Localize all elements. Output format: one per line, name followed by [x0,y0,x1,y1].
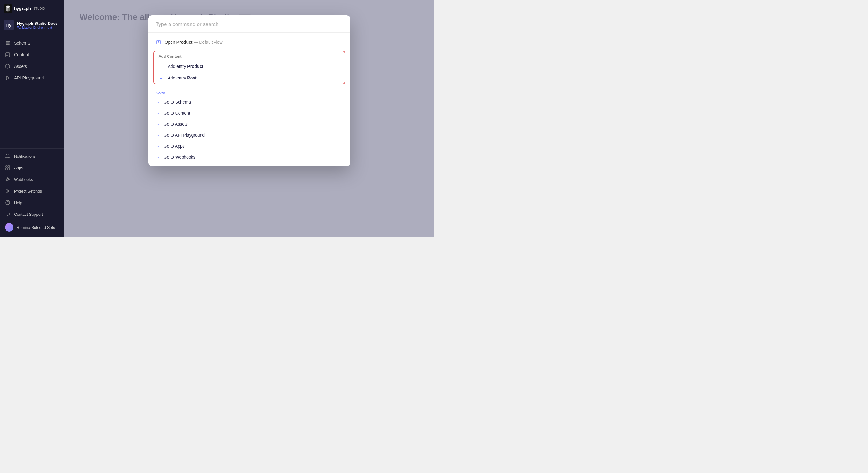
sidebar-header: hygraph STUDIO ··· [0,0,64,16]
goto-webhooks[interactable]: → Go to Webhooks [148,151,350,163]
help-label: Help [14,200,22,205]
main-nav: Schema Content Assets [0,34,64,148]
environment-label: Master Environment [22,26,52,29]
sidebar-item-schema[interactable]: Schema [0,37,64,49]
assets-label: Assets [14,64,27,69]
sidebar-item-webhooks[interactable]: Webhooks [0,174,64,185]
add-entry-post[interactable]: + Add entry Post [154,72,345,84]
sidebar-item-contact-support[interactable]: Contact Support [0,208,64,220]
sidebar-item-apps[interactable]: Apps [0,162,64,174]
branch-icon [17,26,21,29]
command-body: Open Product — Default view Add Content … [148,33,350,166]
logo-app-name: hygraph [14,6,31,11]
project-avatar: Hy [4,20,14,30]
content-icon [5,52,10,58]
api-playground-icon [5,75,10,81]
sidebar-item-assets[interactable]: Assets [0,61,64,72]
goto-apps-text: Go to Apps [164,144,185,148]
webhooks-label: Webhooks [14,177,33,182]
project-environment: Master Environment [17,26,58,29]
goto-schema-text: Go to Schema [164,100,191,104]
arrow-schema-icon: → [156,100,160,104]
arrow-apps-icon: → [156,144,160,148]
goto-webhooks-text: Go to Webhooks [164,155,195,160]
sidebar-item-content[interactable]: Content [0,49,64,61]
api-playground-label: API Playground [14,75,44,80]
content-label: Content [14,52,29,57]
open-model: Product [177,40,193,45]
goto-assets[interactable]: → Go to Assets [148,119,350,130]
goto-apps[interactable]: → Go to Apps [148,141,350,151]
goto-content-text: Go to Content [164,111,190,115]
svg-rect-6 [5,41,10,42]
project-info: Hygraph Studio Docs Master Environment [17,21,58,29]
user-name: Romina Soledad Soto [17,225,55,230]
open-product-icon [156,39,161,45]
open-separator: — Default view [194,40,222,45]
svg-rect-12 [5,166,7,167]
open-product-text: Open Product — Default view [165,40,223,45]
open-product-item[interactable]: Open Product — Default view [148,36,350,48]
user-section[interactable]: Romina Soledad Soto [0,220,64,235]
arrow-content-icon: → [156,111,160,115]
goto-section: Go to → Go to Schema → Go to Content → G… [148,88,350,163]
arrow-webhooks-icon: → [156,155,160,160]
add-post-icon: + [159,75,164,81]
svg-rect-14 [5,168,7,170]
svg-marker-10 [5,64,10,68]
sidebar: hygraph STUDIO ··· Hy Hygraph Studio Doc… [0,0,64,236]
user-avatar [5,223,13,232]
add-content-label: Add Content [154,51,345,61]
add-entry-product-text: Add entry Product [168,64,204,69]
apps-icon [5,165,10,170]
notifications-label: Notifications [14,154,36,159]
contact-support-icon [5,211,10,217]
project-settings-icon [5,188,10,194]
overlay: Open Product — Default view Add Content … [64,0,434,236]
webhooks-icon [5,177,10,182]
add-entry-product[interactable]: + Add entry Product [154,61,345,72]
svg-point-1 [18,26,19,27]
svg-point-17 [7,190,8,192]
logo-studio-label: STUDIO [33,7,45,10]
contact-support-label: Contact Support [14,212,43,217]
sidebar-item-api-playground[interactable]: API Playground [0,72,64,84]
goto-label: Go to [148,88,350,97]
sidebar-item-help[interactable]: Help [0,197,64,208]
svg-rect-7 [5,43,10,44]
svg-point-16 [7,178,8,180]
command-search-input[interactable] [156,22,343,28]
logo: hygraph STUDIO [4,4,45,13]
svg-point-19 [7,203,8,204]
goto-assets-text: Go to Assets [164,122,188,127]
goto-api-playground[interactable]: → Go to API Playground [148,130,350,141]
command-palette: Open Product — Default view Add Content … [148,15,350,166]
svg-marker-11 [6,76,9,80]
goto-content[interactable]: → Go to Content [148,107,350,119]
goto-api-text: Go to API Playground [164,133,205,137]
sidebar-item-project-settings[interactable]: Project Settings [0,185,64,197]
command-input-wrapper [148,15,350,33]
add-content-section: Add Content + Add entry Product + Add en… [153,51,345,85]
main-content: Welcome: The all new Hygraph Studio BETA [64,0,434,236]
arrow-api-icon: → [156,133,160,137]
svg-rect-15 [8,168,10,170]
assets-icon [5,64,10,69]
add-product-icon: + [159,64,164,69]
goto-schema[interactable]: → Go to Schema [148,97,350,107]
schema-icon [5,40,10,46]
project-name: Hygraph Studio Docs [17,21,58,26]
help-icon [5,200,10,205]
add-entry-post-text: Add entry Post [168,75,197,80]
project-section[interactable]: Hy Hygraph Studio Docs Master Environmen… [0,16,64,34]
open-label: Open [165,40,175,45]
svg-rect-13 [8,166,10,167]
apps-label: Apps [14,166,23,170]
schema-label: Schema [14,41,30,45]
project-settings-label: Project Settings [14,189,42,194]
sidebar-item-notifications[interactable]: Notifications [0,150,64,162]
more-options-icon[interactable]: ··· [56,5,61,12]
arrow-assets-icon: → [156,122,160,127]
notifications-icon [5,154,10,159]
hygraph-logo-icon [4,4,12,13]
